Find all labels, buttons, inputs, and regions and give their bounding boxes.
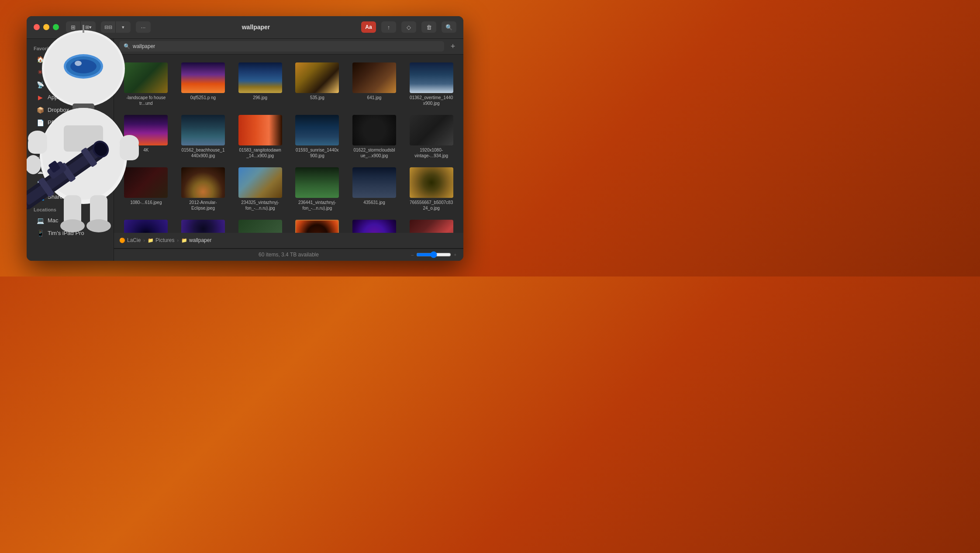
file-item-f11[interactable]: 01622_stormcloudsblue_...x900.jpg [348, 112, 401, 161]
sidebar-item-dropbox[interactable]: 📦 Dropbox [29, 104, 111, 116]
file-item-f14[interactable]: 2012-Annular-Eclipse.jpeg [176, 165, 230, 214]
file-thumbnail [410, 115, 453, 145]
sidebar-item-shared[interactable]: 👥 Shared [29, 191, 111, 203]
sidebar-item-label: Cloud Drive [48, 168, 77, 175]
file-thumbnail [295, 167, 339, 198]
file-item-f9[interactable]: 01583_rangitotodawn_14...x900.jpg [233, 112, 287, 161]
setapp-icon: ✳ [36, 68, 44, 76]
file-grid: -landscape fo house tr...und 0qf5251.p n… [114, 55, 463, 233]
window-body: Favorites 🏠 tim ✳ Setapp 📡 AirDrop ▶ App… [27, 39, 463, 261]
documents-icon: 📄 [36, 180, 44, 188]
maximize-button[interactable] [53, 24, 59, 30]
breadcrumb-wallpaper[interactable]: 📁 wallpaper [181, 237, 211, 243]
file-name: 01362_overtime_1440x900.jpg [410, 95, 453, 106]
file-item-f23[interactable] [348, 217, 401, 233]
sidebar-item-pdf[interactable]: 📄 PDF [29, 117, 111, 129]
file-item-f3[interactable]: 296.jpg [233, 60, 287, 109]
file-item-f16[interactable]: 236441_vintazhnyj-fon_-...n.ru).jpg [290, 165, 344, 214]
close-button[interactable] [34, 24, 40, 30]
file-item-f4[interactable]: 535.jpg [290, 60, 344, 109]
airdrop-icon: 📡 [36, 81, 44, 89]
sidebar-item-label: tim [48, 56, 55, 62]
file-name: 0qf5251.p ng [190, 95, 216, 100]
file-item-f15[interactable]: 234325_vintazhnyj-fon_-...n.ru).jpg [233, 165, 287, 214]
sidebar-item-label: Shared [48, 194, 66, 200]
sidebar-item-airdrop[interactable]: 📡 AirDrop [29, 79, 111, 91]
file-item-f5[interactable]: 641.jpg [348, 60, 401, 109]
file-item-f19[interactable]: 2717881428_2612a20d4e_o.jpg [119, 217, 173, 233]
file-item-f2[interactable]: 0qf5251.p ng [176, 60, 230, 109]
icon-view-button[interactable]: ⊟⊟ [101, 21, 116, 33]
file-thumbnail [352, 220, 396, 233]
file-item-f7[interactable]: 4K [119, 112, 173, 161]
trash-button[interactable]: 🗑 [421, 21, 436, 33]
file-item-f20[interactable] [176, 217, 230, 233]
file-thumbnail [352, 62, 396, 93]
file-name: -landscape fo house tr...und [124, 95, 168, 106]
file-item-f24[interactable] [404, 217, 458, 233]
font-button[interactable]: Aa [361, 21, 376, 33]
file-item-f22[interactable] [290, 217, 344, 233]
sidebar-item-applications[interactable]: ▶ Applications [29, 91, 111, 104]
sidebar-item-ipad[interactable]: 📱 Tim's iPad Pro [29, 227, 111, 239]
add-tag-button[interactable]: + [448, 41, 458, 52]
finder-window: ⊞ ⊞▾ ⊟⊟ ▾ ··· wallpaper Aa ↑ ◇ 🗑 🔍 Favor… [27, 16, 463, 261]
sidebar-item-setapp[interactable]: ✳ Setapp [29, 66, 111, 78]
breadcrumb-lacie[interactable]: 🟠 LaCie [119, 237, 141, 243]
wallpaper-folder-icon: 📁 [181, 238, 187, 243]
file-item-f21[interactable] [233, 217, 287, 233]
cloud-drive-icon: ☁ [36, 168, 44, 176]
file-name: 435631.jpg [363, 200, 385, 205]
file-item-f17[interactable]: 435631.jpg [348, 165, 401, 214]
status-bar: 60 items, 3.4 TB available – + [114, 249, 463, 261]
share-button[interactable]: ↑ [381, 21, 396, 33]
lacie-icon: 🟠 [119, 238, 125, 243]
file-item-f12[interactable]: 1920x1080-vintage-...934.jpg [404, 112, 458, 161]
zoom-slider[interactable] [416, 251, 451, 258]
file-thumbnail [181, 115, 225, 145]
favorites-section-label: Favorites [27, 42, 114, 53]
window-title: wallpaper [242, 24, 270, 31]
grid-options-button[interactable]: ⊞▾ [81, 21, 96, 33]
file-item-f10[interactable]: 01593_sunrise_1440x900.jpg [290, 112, 344, 161]
search-button[interactable]: 🔍 [442, 21, 456, 33]
titlebar-center: ⊞ ⊞▾ ⊟⊟ ▾ ··· wallpaper Aa ↑ ◇ 🗑 🔍 [66, 21, 456, 33]
more-options-button[interactable]: ··· [136, 21, 151, 33]
sidebar-item-tim[interactable]: 🏠 tim [29, 53, 111, 66]
view-more-button[interactable]: ▾ [116, 21, 131, 33]
search-input[interactable] [133, 43, 440, 49]
file-name: 01622_stormcloudsblue_...x900.jpg [352, 147, 396, 159]
sidebar-item-label: Desktop [48, 156, 69, 162]
file-item-f18[interactable]: 766556667_b5007c8324_o.jpg [404, 165, 458, 214]
sidebar-item-documents[interactable]: 📄 Documents [29, 178, 111, 190]
sidebar-item-cloud-drive[interactable]: ☁ Cloud Drive [29, 166, 111, 178]
file-thumbnail [124, 115, 168, 145]
file-item-f6[interactable]: 01362_overtime_1440x900.jpg [404, 60, 458, 109]
tag-button[interactable]: ◇ [401, 21, 416, 33]
sidebar-item-mac[interactable]: 💻 Mac [29, 214, 111, 227]
minimize-button[interactable] [43, 24, 49, 30]
file-item-f8[interactable]: 01562_beachhouse_1440x900.jpg [176, 112, 230, 161]
file-item-f1[interactable]: -landscape fo house tr...und [119, 60, 173, 109]
file-name: 641.jpg [367, 95, 382, 100]
grid-view-button[interactable]: ⊞ [66, 21, 81, 33]
file-thumbnail [295, 62, 339, 93]
sidebar-item-label: Setapp [48, 69, 66, 75]
sidebar-item-label: AirDrop [48, 81, 67, 88]
desktop-icon: 🖥 [36, 155, 44, 163]
downloads-icon: ⬇ [36, 131, 44, 139]
file-thumbnail [410, 220, 453, 233]
file-item-f13[interactable]: 1080-...616.jpeg [119, 165, 173, 214]
sidebar-item-downloads[interactable]: ⬇ Downloads [29, 129, 111, 142]
file-thumbnail [238, 115, 282, 145]
file-thumbnail [238, 167, 282, 198]
zoom-in-icon: + [454, 252, 456, 257]
file-thumbnail [181, 167, 225, 198]
sidebar-item-desktop[interactable]: 🖥 Desktop [29, 153, 111, 165]
sidebar-item-label: Applications [48, 94, 78, 100]
file-thumbnail [410, 167, 453, 198]
file-thumbnail [238, 62, 282, 93]
breadcrumb-pictures[interactable]: 📁 Pictures [148, 237, 174, 243]
sidebar: Favorites 🏠 tim ✳ Setapp 📡 AirDrop ▶ App… [27, 39, 114, 261]
breadcrumb-sep-1: › [143, 238, 145, 243]
